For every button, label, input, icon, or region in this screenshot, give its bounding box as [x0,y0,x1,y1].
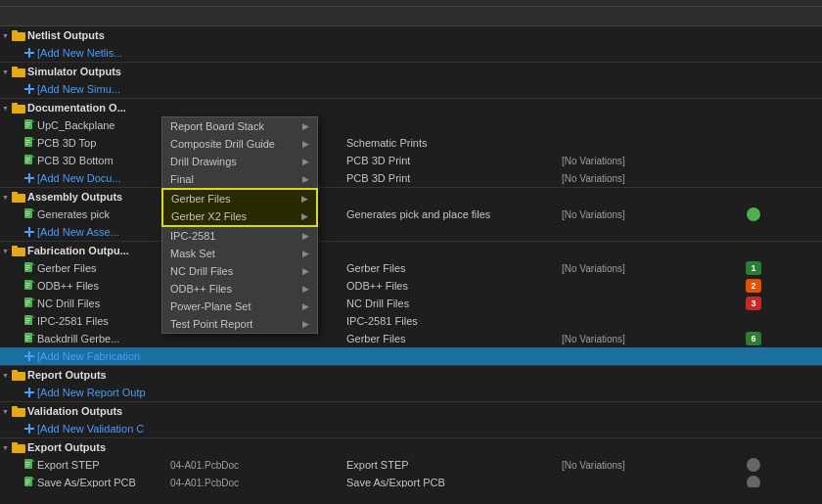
expand-arrow[interactable]: ▼ [2,105,12,112]
tree-cell: [Add New Docu... [0,171,166,185]
svg-rect-65 [12,372,25,381]
item-label: Save As/Export PCB [37,477,136,487]
variant-cell [558,250,685,252]
table-row[interactable]: PCB 3D TopSchematic Prints [0,134,822,152]
tree-cell: [Add New Simu... [0,82,166,96]
svg-rect-13 [25,124,30,125]
variant-cell [558,320,685,322]
menu-item-ipc-2581[interactable]: IPC-2581 ▶ [162,227,317,245]
enabled-cell [685,88,822,90]
table-row[interactable]: ▼Simulator Outputs [0,63,822,80]
svg-rect-5 [12,67,18,69]
svg-marker-16 [32,137,35,140]
table-row[interactable]: ▼Documentation O... [0,99,822,116]
table-row[interactable]: ▼Report Outputs [0,366,822,384]
expand-arrow[interactable]: ▼ [2,32,12,39]
menu-label: NC Drill Files [170,265,233,277]
menu-item-gerber-x2-files[interactable]: Gerber X2 Files ▶ [163,207,316,225]
table-row[interactable]: [Add New Simu... [0,80,822,98]
submenu-arrow-icon: ▶ [301,211,308,221]
table-row[interactable]: ▼Assembly Outputs [0,188,822,206]
table-row[interactable]: NC Drill FilesNC Drill Files3 [0,295,822,312]
svg-rect-26 [24,177,34,179]
menu-item-test-point-report[interactable]: Test Point Report ▶ [162,315,317,333]
datasource-cell: 04-A01.PcbDoc [166,477,342,488]
expand-arrow[interactable]: ▼ [2,444,12,451]
datasource-cell [166,88,342,90]
svg-rect-64 [24,355,34,357]
expand-arrow[interactable]: ▼ [2,408,12,415]
menu-item-report-board-stack[interactable]: Report Board Stack ▶ [162,117,317,135]
context-menu[interactable]: Report Board Stack ▶ Composite Drill Gui… [161,116,318,334]
item-label: [Add New Fabrication [37,350,140,362]
menu-label: Power-Plane Set [170,300,251,312]
description-cell [342,107,558,109]
table-row[interactable]: [Add New Validation C [0,420,822,437]
table-row[interactable]: ▼Fabrication Outpu... [0,242,822,259]
table-row[interactable]: [Add New Asse... [0,223,822,241]
menu-item-final[interactable]: Final ▶ [162,170,317,188]
folder-icon [12,369,25,381]
table-row[interactable]: Generates pickGenerates pick and place f… [0,206,822,223]
table-row[interactable]: ▼Validation Outputs [0,402,822,420]
table-row[interactable]: [Add New Fabrication [0,347,822,365]
menu-item-mask-set[interactable]: Mask Set ▶ [162,245,317,262]
tree-cell: ▼Validation Outputs [0,404,166,418]
enabled-cell [685,107,822,109]
item-icon [23,226,35,238]
item-icon [23,423,35,435]
datasource-cell [166,428,342,430]
svg-rect-0 [12,32,25,41]
description-cell: NC Drill Files [342,297,558,310]
table-row[interactable]: Export STEP04-A01.PcbDocExport STEP[No V… [0,456,822,474]
tree-cell: ▼Report Outputs [0,368,166,382]
expand-arrow[interactable]: ▼ [2,69,12,75]
tree-cell: ▼Documentation O... [0,101,166,115]
table-row[interactable]: ▼Netlist Outputs [0,26,822,44]
menu-label: Gerber Files [171,193,231,205]
table-row[interactable]: Save As/Export PCB04-A01.PcbDocSave As/E… [0,474,822,487]
menu-label: Gerber X2 Files [171,210,247,222]
submenu-arrow-icon: ▶ [302,121,309,131]
svg-rect-78 [25,464,30,465]
table-row[interactable]: ▼Export Outputs [0,438,822,456]
menu-item-power-plane-set[interactable]: Power-Plane Set ▶ [162,298,317,315]
expand-arrow[interactable]: ▼ [2,194,12,201]
folder-icon [12,66,25,77]
description-cell [342,374,558,376]
datasource-cell [166,52,342,54]
table-row[interactable]: Backdrill Gerbe...Gerber Files[No Variat… [0,330,822,347]
table-row[interactable]: [Add New Netlis... [0,44,822,62]
col-desc-header [342,7,558,25]
enabled-cell [685,446,822,448]
menu-item-odb-files[interactable]: ODB++ Files ▶ [162,280,317,298]
item-label: Generates pick [37,208,110,220]
variant-cell [558,285,685,287]
svg-rect-8 [12,105,25,114]
item-icon [23,137,35,150]
col-variant-header [558,7,685,25]
description-cell [342,34,558,36]
folder-icon [12,29,25,41]
submenu-arrow-icon: ▶ [302,266,309,276]
variant-cell [558,302,685,304]
table-row[interactable]: IPC-2581 FilesIPC-2581 Files [0,312,822,330]
table-row[interactable]: ODB++ FilesODB++ Files2 [0,277,822,295]
menu-item-drill-drawings[interactable]: Drill Drawings ▶ [162,153,317,170]
content-area[interactable]: ▼Netlist Outputs[Add New Netlis...▼Simul… [0,26,822,487]
table-row[interactable]: PCB 3D BottomPCB 3D Print[No Variations] [0,152,822,169]
item-icon [23,477,35,488]
variant-cell [558,481,685,483]
tree-cell: Save As/Export PCB [0,476,166,488]
expand-arrow[interactable]: ▼ [2,248,12,254]
tree-cell: ▼Fabrication Outpu... [0,244,166,257]
table-row[interactable]: Gerber FilesGerber Files[No Variations]1 [0,259,822,277]
menu-item-nc-drill-files[interactable]: NC Drill Files ▶ [162,262,317,280]
menu-item-composite-drill-guide[interactable]: Composite Drill Guide ▶ [162,135,317,153]
table-row[interactable]: UpC_Backplane [0,116,822,134]
menu-item-gerber-files[interactable]: Gerber Files ▶ [163,190,316,207]
expand-arrow[interactable]: ▼ [2,372,12,379]
description-cell: Generates pick and place files [342,207,558,221]
table-row[interactable]: [Add New Docu...PCB 3D Print[No Variatio… [0,169,822,187]
table-row[interactable]: [Add New Report Outp [0,384,822,401]
